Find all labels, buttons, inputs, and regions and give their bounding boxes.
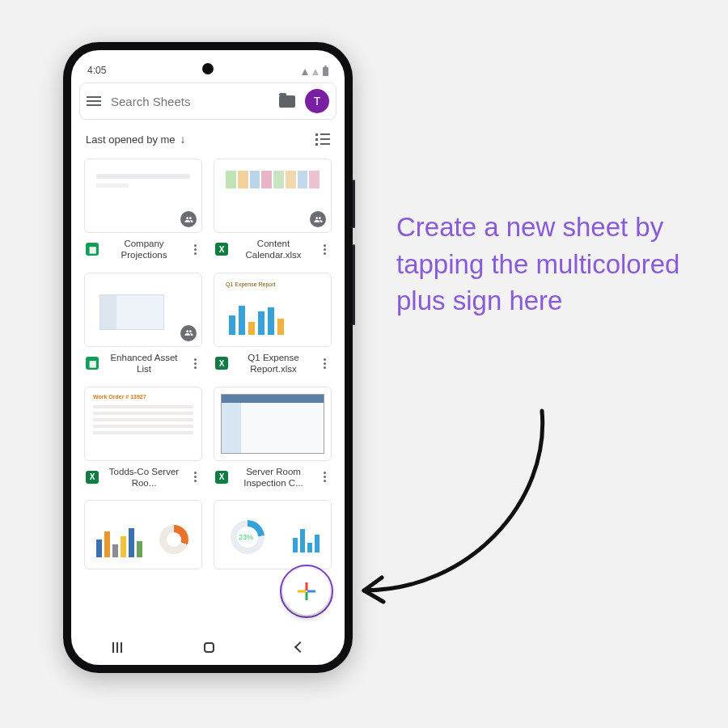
file-thumbnail xyxy=(84,273,202,347)
status-icons xyxy=(302,67,328,76)
file-thumbnail xyxy=(84,159,202,233)
excel-file-icon: X xyxy=(215,357,228,370)
file-name: Content Calendar.xlsx xyxy=(233,238,314,261)
file-card[interactable] xyxy=(84,500,202,569)
search-placeholder[interactable]: Search Sheets xyxy=(111,95,269,108)
svg-rect-2 xyxy=(298,590,306,593)
view-toggle-icon[interactable] xyxy=(315,133,330,146)
more-options-icon[interactable] xyxy=(319,243,330,256)
phone-side-button xyxy=(353,244,355,325)
file-thumbnail xyxy=(214,387,332,461)
nav-recent-icon[interactable] xyxy=(112,642,122,653)
annotation-callout: Create a new sheet by tapping the multic… xyxy=(396,209,704,320)
file-name: Server Room Inspection C... xyxy=(233,466,314,489)
search-bar[interactable]: Search Sheets T xyxy=(79,83,336,120)
file-name: Todds-Co Server Roo... xyxy=(104,466,184,489)
account-avatar[interactable]: T xyxy=(305,89,329,113)
more-options-icon[interactable] xyxy=(319,357,330,370)
excel-file-icon: X xyxy=(86,471,99,484)
arrow-down-icon: ↓ xyxy=(180,133,186,146)
file-card[interactable]: X Content Calendar.xlsx xyxy=(214,159,332,261)
sheets-file-icon: ▦ xyxy=(86,243,99,256)
excel-file-icon: X xyxy=(215,471,228,484)
new-sheet-fab[interactable] xyxy=(283,568,330,615)
svg-rect-3 xyxy=(307,590,315,593)
svg-rect-1 xyxy=(306,592,308,600)
front-camera xyxy=(202,63,214,74)
file-card[interactable]: Work Order # 13927 X Todds-Co Server Roo… xyxy=(84,387,202,489)
more-options-icon[interactable] xyxy=(319,471,330,484)
shared-badge-icon xyxy=(180,325,197,341)
file-grid: ▦ Company Projections X Conte xyxy=(71,154,345,569)
file-thumbnail: Q1 Expense Report xyxy=(214,273,332,347)
file-name: Enhanced Asset List xyxy=(104,352,184,375)
phone-screen: 4:05 Search Sheets T Last opened by me ↓ xyxy=(71,50,345,665)
plus-icon xyxy=(298,582,315,600)
excel-file-icon: X xyxy=(215,243,228,256)
thumb-percent: 23% xyxy=(239,533,253,541)
file-card[interactable]: ▦ Enhanced Asset List xyxy=(84,273,202,375)
phone-frame: 4:05 Search Sheets T Last opened by me ↓ xyxy=(63,42,353,673)
file-card[interactable]: 23% xyxy=(214,500,332,569)
file-name: Company Projections xyxy=(104,238,184,261)
file-thumbnail xyxy=(214,159,332,233)
file-thumbnail: 23% xyxy=(214,500,332,569)
menu-icon[interactable] xyxy=(87,96,101,106)
more-options-icon[interactable] xyxy=(189,243,201,256)
file-thumbnail: Work Order # 13927 xyxy=(84,387,202,461)
file-card[interactable]: ▦ Company Projections xyxy=(84,159,202,261)
signal-icon xyxy=(302,69,308,75)
svg-rect-0 xyxy=(306,582,308,590)
annotation-arrow-icon xyxy=(348,404,566,615)
nav-back-icon[interactable] xyxy=(294,641,305,653)
phone-side-button xyxy=(353,180,355,228)
avatar-initial: T xyxy=(314,95,321,108)
battery-icon xyxy=(323,67,328,76)
status-time: 4:05 xyxy=(87,65,106,76)
file-card[interactable]: X Server Room Inspection C... xyxy=(214,387,332,489)
shared-badge-icon xyxy=(180,211,197,227)
signal-icon xyxy=(312,69,319,75)
android-nav-bar xyxy=(71,629,345,665)
sort-dropdown[interactable]: Last opened by me ↓ xyxy=(86,133,186,146)
sort-label: Last opened by me xyxy=(86,133,176,146)
shared-badge-icon xyxy=(310,211,326,227)
folder-icon[interactable] xyxy=(279,95,295,108)
sheets-file-icon: ▦ xyxy=(86,357,99,370)
sort-row: Last opened by me ↓ xyxy=(71,120,345,154)
more-options-icon[interactable] xyxy=(189,471,201,484)
file-card[interactable]: Q1 Expense Report X Q1 Expense Report.xl… xyxy=(214,273,332,375)
file-name: Q1 Expense Report.xlsx xyxy=(233,352,314,375)
file-thumbnail xyxy=(84,500,202,569)
more-options-icon[interactable] xyxy=(189,357,201,370)
nav-home-icon[interactable] xyxy=(204,642,214,653)
